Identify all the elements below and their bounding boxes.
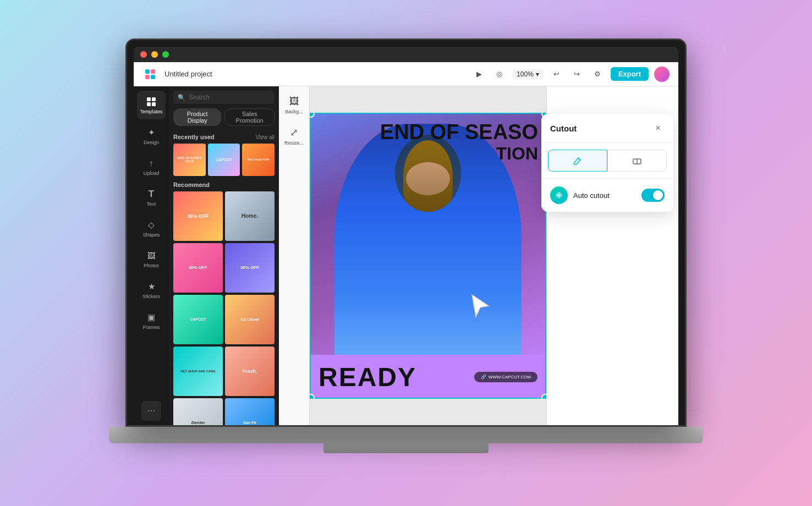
design-background[interactable]: END OF SEASO TION READY 🔗 WWW.CAPCUT.COM — [310, 113, 546, 399]
design-url: 🔗 WWW.CAPCUT.COM — [474, 372, 537, 382]
svg-rect-5 — [152, 97, 156, 101]
search-input[interactable] — [189, 94, 271, 101]
sidebar-label-frames: Frames — [143, 324, 160, 330]
rec-thumb-5[interactable]: CAPCUT — [173, 295, 223, 344]
sidebar-item-upload[interactable]: ↑ Upload — [137, 152, 166, 181]
sidebar-item-stickers[interactable]: ★ Stickers — [137, 276, 166, 304]
zoom-value: 100% — [517, 70, 534, 78]
text-icon: T — [146, 189, 157, 200]
photos-icon: 🖼 — [146, 250, 157, 261]
sidebar-label-photos: Photos — [144, 263, 159, 268]
zoom-chevron: ▾ — [536, 70, 539, 78]
laptop-stand — [323, 443, 489, 453]
redo-button[interactable]: ↪ — [569, 68, 584, 80]
svg-rect-1 — [151, 69, 155, 74]
design-top-text: END OF SEASO TION — [380, 121, 538, 163]
laptop: Untitled project ▶ ◎ 100% ▾ ↩ ↪ ⚙ Export — [103, 38, 709, 468]
sidebar-item-shapes[interactable]: ◇ Shapes — [137, 214, 166, 243]
app-content: Untitled project ▶ ◎ 100% ▾ ↩ ↪ ⚙ Export — [134, 62, 678, 425]
stickers-icon: ★ — [146, 281, 157, 292]
cutout-close-button[interactable]: × — [651, 122, 665, 135]
cutout-title: Cutout — [550, 124, 577, 133]
design-bottom-text: READY — [319, 362, 416, 392]
filter-tabs: Product Display Sales Promotion — [169, 108, 279, 130]
right-panel: Cutout × — [546, 86, 678, 425]
rec-thumb-10[interactable]: Sun Fit — [225, 398, 275, 425]
view-all-link[interactable]: View all — [256, 134, 275, 140]
design-bottom-bar: READY 🔗 WWW.CAPCUT.COM — [310, 355, 546, 399]
sidebar-item-design[interactable]: ✦ Design — [137, 122, 166, 150]
rec-thumb-7[interactable]: PET SHOP AND CARE — [173, 346, 223, 396]
svg-rect-4 — [147, 97, 151, 101]
undo-button[interactable]: ↩ — [549, 68, 564, 80]
project-name: Untitled project — [164, 70, 465, 78]
eraser-tool-button[interactable] — [607, 150, 667, 172]
brush-tool-button[interactable] — [548, 150, 607, 172]
more-button[interactable]: ⋯ — [141, 401, 161, 421]
resize-tool[interactable]: ⤢ Resize... — [282, 122, 306, 150]
recently-used-header: Recently used View all — [173, 134, 275, 140]
zoom-control[interactable]: 100% ▾ — [512, 69, 544, 80]
sidebar-item-templates[interactable]: Templates — [137, 91, 166, 119]
user-avatar[interactable] — [654, 67, 670, 82]
frames-icon: ▣ — [146, 312, 157, 323]
resize-icon: ⤢ — [290, 127, 298, 139]
sidebar-item-photos[interactable]: 🖼 Photos — [137, 245, 166, 273]
sidebar-item-frames[interactable]: ▣ Frames — [137, 306, 166, 335]
recommend-grid: 30% OFF Home. 30% OFF 30% OFF — [173, 191, 275, 425]
quick-tools: 🖼 Backg... ⤢ Resize... — [279, 86, 310, 425]
recent-thumb-2[interactable]: CAPCUT — [208, 144, 240, 176]
svg-rect-3 — [151, 75, 155, 79]
auto-cutout-toggle[interactable] — [641, 189, 665, 202]
recent-templates-grid: END OF EARLY SALE CAPCUT Pet Food 40% — [173, 144, 275, 176]
canvas-content: END OF SEASO TION READY 🔗 WWW.CAPCUT.COM — [310, 113, 546, 399]
search-icon: 🔍 — [178, 94, 185, 101]
play-button[interactable]: ▶ — [472, 68, 486, 80]
settings-button[interactable]: ⚙ — [590, 68, 605, 80]
top-text-line2: TION — [380, 144, 538, 163]
rec-thumb-3[interactable]: 30% OFF — [173, 243, 223, 293]
rec-thumb-4[interactable]: 30% OFF — [225, 243, 275, 293]
brush-icon — [573, 156, 583, 166]
auto-cutout-left: Auto cutout — [550, 186, 610, 204]
minimize-dot[interactable] — [151, 51, 158, 58]
sidebar-label-shapes: Shapes — [143, 232, 160, 238]
search-box[interactable]: 🔍 — [173, 91, 275, 104]
sidebar-label-stickers: Stickers — [142, 294, 160, 299]
rec-thumb-2-bg: Home. — [225, 191, 275, 241]
panel-scroll: Recently used View all END OF EARLY SALE… — [169, 130, 279, 425]
resize-label: Resize... — [284, 140, 304, 146]
recent-thumb-3-bg: Pet Food 40% — [242, 144, 275, 176]
recent-thumb-1[interactable]: END OF EARLY SALE — [173, 144, 206, 176]
rec-thumb-1-bg: 30% OFF — [173, 191, 223, 241]
toggle-knob — [653, 190, 663, 200]
rec-thumb-1[interactable]: 30% OFF — [173, 191, 223, 241]
export-button[interactable]: Export — [611, 67, 649, 81]
sidebar-item-text[interactable]: T Text — [137, 183, 166, 212]
top-text-line1: END OF SEASO — [380, 121, 538, 144]
rec-thumb-4-bg: 30% OFF — [225, 243, 275, 293]
canvas-area: END OF SEASO TION READY 🔗 WWW.CAPCUT.COM — [310, 86, 546, 425]
shapes-icon: ◇ — [146, 219, 157, 230]
rec-thumb-6-bg: ICE CREAM — [225, 295, 275, 344]
header-controls: ▶ ◎ 100% ▾ ↩ ↪ ⚙ Export — [472, 67, 670, 82]
rec-thumb-8[interactable]: Fresh. — [225, 346, 275, 396]
filter-product-display[interactable]: Product Display — [173, 108, 221, 126]
templates-panel: 🔍 Product Display Sales Promotion Recent… — [169, 86, 279, 425]
close-dot[interactable] — [140, 51, 147, 58]
background-tool[interactable]: 🖼 Backg... — [282, 91, 306, 119]
maximize-dot[interactable] — [162, 51, 169, 58]
app-body: Templates ✦ Design ↑ Upload T Text — [134, 86, 678, 425]
rec-thumb-9[interactable]: Denim — [173, 398, 223, 425]
recent-thumb-1-bg: END OF EARLY SALE — [173, 144, 206, 176]
filter-sales-promotion[interactable]: Sales Promotion — [224, 108, 275, 126]
background-icon: 🖼 — [289, 96, 299, 107]
recommend-section: Recommend 30% OFF Home. 30% OFF — [169, 178, 279, 425]
auto-cutout-label: Auto cutout — [573, 191, 610, 200]
rec-thumb-2[interactable]: Home. — [225, 191, 275, 241]
laptop-base — [109, 427, 703, 443]
recent-thumb-3[interactable]: Pet Food 40% — [242, 144, 275, 176]
recommend-header: Recommend — [173, 182, 275, 188]
target-button[interactable]: ◎ — [492, 68, 507, 80]
rec-thumb-6[interactable]: ICE CREAM — [225, 295, 275, 344]
